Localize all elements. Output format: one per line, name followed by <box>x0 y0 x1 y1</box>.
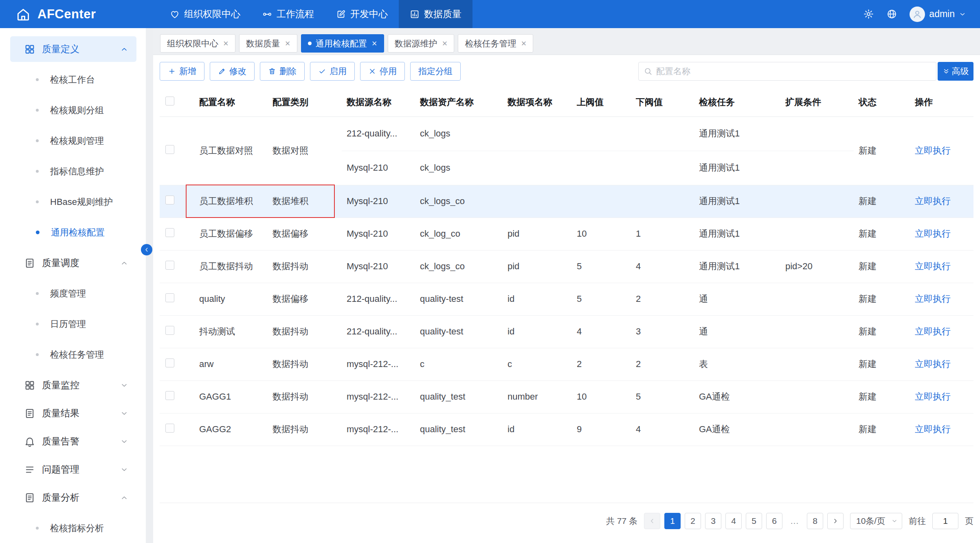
user-menu[interactable]: admin <box>910 7 966 22</box>
execute-link[interactable]: 立即执行 <box>915 359 951 369</box>
row-checkbox[interactable] <box>165 358 174 367</box>
cell-source: mysql-212-... <box>342 380 415 413</box>
toolbar-button-2[interactable]: 修改 <box>210 62 255 81</box>
nav-item-2[interactable]: 工作流程 <box>251 0 325 28</box>
sidebar-item-1-6[interactable]: 通用检核配置 <box>0 217 146 248</box>
row-checkbox[interactable] <box>165 228 174 237</box>
select-all-cell <box>160 88 194 117</box>
execute-link[interactable]: 立即执行 <box>915 229 951 239</box>
cell-source: 212-quality... <box>342 117 415 151</box>
toolbar-button-label: 修改 <box>229 66 246 77</box>
sidebar-section-7[interactable]: 质量分析 <box>10 485 136 510</box>
edit-square-icon <box>336 9 346 19</box>
toolbar-button-1[interactable]: 新增 <box>160 62 204 81</box>
sidebar-section-4[interactable]: 质量结果 <box>10 400 136 426</box>
sidebar-item-1-4[interactable]: 指标信息维护 <box>0 156 146 187</box>
sidebar-item-7-1[interactable]: 检核指标分析 <box>0 513 146 543</box>
nav-item-3[interactable]: 开发中心 <box>325 0 399 28</box>
table-row: 员工数据偏移数据偏移Mysql-210ck_log_copid101通用测试1新… <box>160 218 973 250</box>
select-all-checkbox[interactable] <box>165 97 174 106</box>
page-button-1[interactable]: 1 <box>664 513 681 529</box>
sidebar-item-label: HBase规则维护 <box>50 196 113 208</box>
tab-3[interactable]: 通用检核配置× <box>301 34 384 53</box>
sidebar-item-1-5[interactable]: HBase规则维护 <box>0 187 146 217</box>
tab-close-icon[interactable]: × <box>285 39 290 48</box>
tab-close-icon[interactable]: × <box>372 39 377 48</box>
tab-1[interactable]: 组织权限中心× <box>160 34 235 53</box>
toolbar-button-4[interactable]: 启用 <box>310 62 355 81</box>
sidebar-section-2[interactable]: 质量调度 <box>10 250 136 276</box>
row-checkbox[interactable] <box>165 326 174 335</box>
tab-4[interactable]: 数据源维护× <box>388 34 455 53</box>
sidebar-item-2-2[interactable]: 日历管理 <box>0 309 146 339</box>
sidebar-section-3[interactable]: 质量监控 <box>10 372 136 398</box>
cell-config-name: 员工数据堆积 <box>194 185 268 218</box>
doc-icon <box>24 408 35 419</box>
cell-asset: ck_logs <box>415 151 503 185</box>
sidebar-item-2-3[interactable]: 检核任务管理 <box>0 339 146 370</box>
toolbar-button-3[interactable]: 删除 <box>260 62 305 81</box>
cell-status: 新建 <box>854 413 910 446</box>
page-size-value: 10条/页 <box>856 515 885 527</box>
row-checkbox[interactable] <box>165 293 174 302</box>
cell-status: 新建 <box>854 218 910 250</box>
execute-link[interactable]: 立即执行 <box>915 391 951 402</box>
sidebar-collapse-button[interactable] <box>141 244 152 255</box>
sidebar-item-1-3[interactable]: 检核规则管理 <box>0 125 146 156</box>
page-button-8[interactable]: 8 <box>807 513 823 529</box>
row-checkbox[interactable] <box>165 391 174 400</box>
goto-page-input[interactable] <box>932 513 958 529</box>
row-checkbox[interactable] <box>165 261 174 270</box>
execute-link[interactable]: 立即执行 <box>915 196 951 206</box>
top-bar: AFCenter 组织权限中心工作流程开发中心数据质量 admin <box>0 0 980 28</box>
sidebar-item-1-1[interactable]: 检核工作台 <box>0 64 146 95</box>
page-button-4[interactable]: 4 <box>725 513 742 529</box>
tab-close-icon[interactable]: × <box>442 39 448 48</box>
sidebar-item-1-2[interactable]: 检核规则分组 <box>0 95 146 125</box>
cell-asset: ck_logs_co <box>415 250 503 283</box>
row-checkbox[interactable] <box>165 424 174 433</box>
table-row: GAGG2数据抖动mysql-212-...quality_testid94GA… <box>160 413 973 446</box>
nav-item-4[interactable]: 数据质量 <box>399 0 472 28</box>
flow-icon <box>262 9 272 19</box>
toolbar-button-6[interactable]: 指定分组 <box>410 62 461 81</box>
execute-link[interactable]: 立即执行 <box>915 145 951 156</box>
prev-page-button[interactable] <box>644 513 660 529</box>
content-body: 新增修改删除启用停用指定分组 高级 <box>153 55 980 543</box>
row-checkbox[interactable] <box>165 196 174 204</box>
execute-link[interactable]: 立即执行 <box>915 261 951 271</box>
double-chevron-down-icon <box>943 68 950 75</box>
tab-2[interactable]: 数据质量× <box>239 34 297 53</box>
nav-item-1[interactable]: 组织权限中心 <box>159 0 251 28</box>
row-checkbox[interactable] <box>165 145 174 154</box>
page-button-3[interactable]: 3 <box>705 513 721 529</box>
page-button-6[interactable]: 6 <box>766 513 782 529</box>
page-button-2[interactable]: 2 <box>685 513 701 529</box>
sidebar-menu: 质量定义检核工作台检核规则分组检核规则管理指标信息维护HBase规则维护通用检核… <box>0 36 146 543</box>
sidebar-section-5[interactable]: 质量告警 <box>10 429 136 454</box>
advanced-button[interactable]: 高级 <box>938 62 973 81</box>
tab-close-icon[interactable]: × <box>521 39 526 48</box>
tab-close-icon[interactable]: × <box>223 39 229 48</box>
globe-icon[interactable] <box>886 9 897 20</box>
cell-item <box>503 151 572 185</box>
page-button-5[interactable]: 5 <box>746 513 762 529</box>
next-page-button[interactable] <box>827 513 844 529</box>
cell-status: 新建 <box>854 315 910 348</box>
execute-link[interactable]: 立即执行 <box>915 424 951 434</box>
sidebar-item-2-1[interactable]: 频度管理 <box>0 278 146 309</box>
sidebar-section-1[interactable]: 质量定义 <box>10 36 136 62</box>
page-size-select[interactable]: 10条/页 <box>850 513 902 529</box>
toolbar-button-label: 删除 <box>279 66 297 77</box>
toolbar-button-5[interactable]: 停用 <box>360 62 405 81</box>
table-header-row: 配置名称配置类别数据源名称数据资产名称数据项名称上阀值下阀值检核任务扩展条件状态… <box>160 88 973 117</box>
sidebar-section-6[interactable]: 问题管理 <box>10 457 136 482</box>
gear-icon[interactable] <box>863 9 874 20</box>
execute-link[interactable]: 立即执行 <box>915 326 951 336</box>
execute-link[interactable]: 立即执行 <box>915 294 951 304</box>
cell-task: 通用测试1 <box>694 117 780 151</box>
search-input[interactable] <box>656 66 931 76</box>
tab-5[interactable]: 检核任务管理× <box>458 34 533 53</box>
cell-lower <box>631 185 694 218</box>
brand[interactable]: AFCenter <box>0 7 146 22</box>
